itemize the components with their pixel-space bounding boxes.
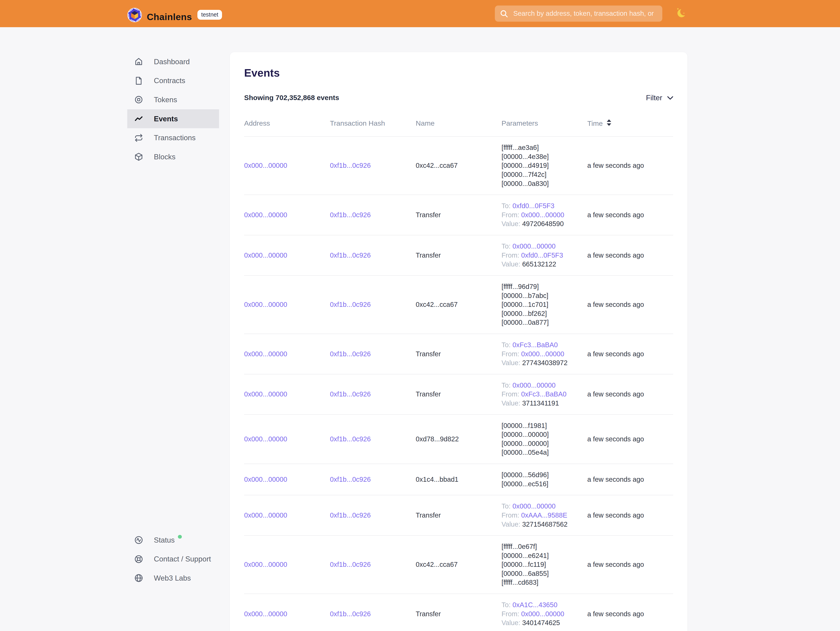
column-header-address: Address bbox=[244, 119, 330, 128]
from-address-link[interactable]: 0x000...00000 bbox=[521, 211, 564, 219]
search-input[interactable] bbox=[512, 9, 657, 18]
transaction-hash-link[interactable]: 0xf1b...0c926 bbox=[330, 435, 371, 443]
cell-address: 0x000...00000 bbox=[244, 435, 330, 444]
cell-name: Transfer bbox=[416, 251, 502, 260]
to-address-link[interactable]: 0xA1C...43650 bbox=[512, 601, 557, 609]
events-table-body: 0x000...000000xf1b...0c9260xc42...cca67[… bbox=[244, 137, 673, 631]
moon-icon bbox=[675, 7, 687, 21]
theme-toggle-button[interactable] bbox=[675, 7, 687, 21]
sidebar-item-contact-support[interactable]: Contact / Support bbox=[127, 549, 219, 569]
address-link[interactable]: 0x000...00000 bbox=[244, 350, 287, 358]
transaction-hash-link[interactable]: 0xf1b...0c926 bbox=[330, 251, 371, 259]
address-link[interactable]: 0x000...00000 bbox=[244, 162, 287, 169]
parameter-label: To: bbox=[502, 502, 513, 510]
parameter-label: To: bbox=[502, 243, 513, 250]
sidebar-item-contracts[interactable]: Contracts bbox=[127, 71, 219, 90]
parameter-value: Value: 277434038972 bbox=[502, 358, 580, 368]
transaction-hash-link[interactable]: 0xf1b...0c926 bbox=[330, 301, 371, 308]
transaction-hash-link[interactable]: 0xf1b...0c926 bbox=[330, 511, 371, 519]
sidebar-item-tokens[interactable]: Tokens bbox=[127, 90, 219, 109]
from-address-link[interactable]: 0xFc3...BaBA0 bbox=[521, 390, 566, 398]
from-address-link[interactable]: 0xAAA...9588E bbox=[521, 511, 567, 519]
value-text: 665132122 bbox=[522, 260, 556, 268]
parameter-to: To: 0xA1C...43650 bbox=[502, 601, 580, 609]
parameter-value: Value: 665132122 bbox=[502, 260, 580, 269]
sidebar-item-dashboard[interactable]: Dashboard bbox=[127, 52, 219, 71]
parameter-line: [00000...fc119] bbox=[502, 560, 580, 569]
address-link[interactable]: 0x000...00000 bbox=[244, 435, 287, 443]
parameter-from: From: 0xFc3...BaBA0 bbox=[502, 390, 580, 399]
sidebar-item-transactions[interactable]: Transactions bbox=[127, 128, 219, 147]
transaction-hash-link[interactable]: 0xf1b...0c926 bbox=[330, 476, 371, 483]
parameter-value: Value: 3711341191 bbox=[502, 399, 580, 408]
token-icon bbox=[134, 95, 143, 104]
table-row: 0x000...000000xf1b...0c9260xc42...cca67[… bbox=[244, 276, 673, 334]
sidebar-item-status[interactable]: Status bbox=[127, 530, 219, 550]
table-row: 0x000...000000xf1b...0c9260xd78...9d822[… bbox=[244, 415, 673, 464]
address-link[interactable]: 0x000...00000 bbox=[244, 476, 287, 483]
cell-transaction-hash: 0xf1b...0c926 bbox=[330, 560, 416, 569]
filter-button[interactable]: Filter bbox=[646, 93, 673, 102]
parameter-to: To: 0x000...00000 bbox=[502, 502, 580, 511]
table-row: 0x000...000000xf1b...0c926TransferTo: 0x… bbox=[244, 495, 673, 536]
parameter-label: To: bbox=[502, 202, 513, 210]
parameter-label: Value: bbox=[502, 619, 522, 626]
to-address-link[interactable]: 0x000...00000 bbox=[512, 382, 556, 389]
cell-address: 0x000...00000 bbox=[244, 350, 330, 359]
page-title: Events bbox=[244, 66, 673, 79]
parameter-label: To: bbox=[502, 601, 513, 609]
parameter-line: [00000...d4919] bbox=[502, 161, 580, 170]
cell-name: Transfer bbox=[416, 211, 502, 219]
to-address-link[interactable]: 0x000...00000 bbox=[512, 502, 556, 510]
column-header-time[interactable]: Time bbox=[587, 119, 673, 128]
address-link[interactable]: 0x000...00000 bbox=[244, 511, 287, 519]
table-row: 0x000...000000xf1b...0c9260x1c4...bbad1[… bbox=[244, 464, 673, 495]
cell-parameters: To: 0xA1C...43650From: 0x000...00000Valu… bbox=[502, 601, 587, 628]
sort-icon bbox=[606, 119, 611, 128]
parameter-line: [00000...ec516] bbox=[502, 480, 580, 489]
transaction-hash-link[interactable]: 0xf1b...0c926 bbox=[330, 162, 371, 169]
transaction-hash-link[interactable]: 0xf1b...0c926 bbox=[330, 350, 371, 358]
value-text: 3401474625 bbox=[522, 619, 560, 626]
sidebar-item-web3-labs[interactable]: Web3 Labs bbox=[127, 569, 219, 588]
transaction-hash-link[interactable]: 0xf1b...0c926 bbox=[330, 610, 371, 618]
from-address-link[interactable]: 0xfd0...0F5F3 bbox=[521, 251, 563, 259]
parameter-label: To: bbox=[502, 341, 513, 349]
cell-name: 0xc42...cca67 bbox=[416, 560, 502, 569]
from-address-link[interactable]: 0x000...00000 bbox=[521, 350, 564, 358]
address-link[interactable]: 0x000...00000 bbox=[244, 211, 287, 219]
to-address-link[interactable]: 0xfd0...0F5F3 bbox=[512, 202, 554, 210]
repeat-icon bbox=[134, 134, 143, 142]
to-address-link[interactable]: 0x000...00000 bbox=[512, 243, 556, 250]
address-link[interactable]: 0x000...00000 bbox=[244, 301, 287, 308]
sidebar-item-events[interactable]: Events bbox=[127, 109, 219, 128]
address-link[interactable]: 0x000...00000 bbox=[244, 610, 287, 618]
address-link[interactable]: 0x000...00000 bbox=[244, 390, 287, 398]
cell-time: a few seconds ago bbox=[587, 251, 673, 260]
home-icon bbox=[134, 57, 143, 66]
transaction-hash-link[interactable]: 0xf1b...0c926 bbox=[330, 561, 371, 568]
cell-name: Transfer bbox=[416, 350, 502, 359]
parameter-line: [00000...0a830] bbox=[502, 179, 580, 188]
cell-parameters: To: 0xfd0...0F5F3From: 0x000...00000Valu… bbox=[502, 202, 587, 229]
cell-parameters: To: 0x000...00000From: 0xfd0...0F5F3Valu… bbox=[502, 242, 587, 269]
parameter-label: To: bbox=[502, 382, 513, 389]
cell-address: 0x000...00000 bbox=[244, 251, 330, 260]
transaction-hash-link[interactable]: 0xf1b...0c926 bbox=[330, 211, 371, 219]
sidebar-item-blocks[interactable]: Blocks bbox=[127, 147, 219, 166]
transaction-hash-link[interactable]: 0xf1b...0c926 bbox=[330, 390, 371, 398]
parameter-value: Value: 3401474625 bbox=[502, 618, 580, 628]
cell-transaction-hash: 0xf1b...0c926 bbox=[330, 161, 416, 170]
from-address-link[interactable]: 0x000...00000 bbox=[521, 610, 564, 618]
address-link[interactable]: 0x000...00000 bbox=[244, 561, 287, 568]
cell-time: a few seconds ago bbox=[587, 350, 673, 359]
parameter-line: [fffff...96d79] bbox=[502, 282, 580, 291]
column-header-time-label: Time bbox=[587, 120, 603, 128]
brand[interactable]: Chainlens testnet bbox=[127, 5, 222, 22]
support-icon bbox=[134, 555, 143, 563]
sidebar-item-label: Events bbox=[154, 115, 178, 123]
cell-transaction-hash: 0xf1b...0c926 bbox=[330, 251, 416, 260]
parameter-from: From: 0x000...00000 bbox=[502, 609, 580, 618]
to-address-link[interactable]: 0xFc3...BaBA0 bbox=[512, 341, 558, 349]
address-link[interactable]: 0x000...00000 bbox=[244, 251, 287, 259]
